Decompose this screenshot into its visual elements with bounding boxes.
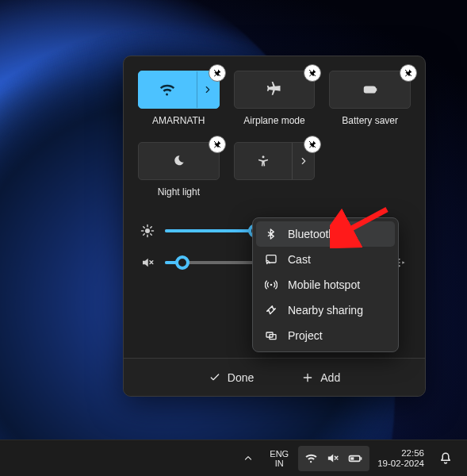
nearby-sharing-icon: [264, 304, 278, 317]
menu-label: Project: [288, 329, 323, 342]
night-light-tile[interactable]: [138, 142, 220, 180]
done-button[interactable]: Done: [201, 367, 262, 388]
unpin-accessibility-button[interactable]: [304, 136, 321, 153]
unpin-battery-button[interactable]: [400, 64, 417, 82]
plus-icon: [301, 371, 314, 384]
unpin-nightlight-button[interactable]: [209, 136, 226, 153]
notifications-button[interactable]: [432, 446, 459, 471]
check-icon: [209, 371, 221, 384]
menu-label: Nearby sharing: [288, 304, 363, 317]
menu-label: Mobile hotspot: [288, 278, 360, 291]
menu-label: Cast: [288, 253, 311, 266]
lang-bottom: IN: [270, 459, 289, 468]
bluetooth-icon: [264, 228, 278, 240]
lang-top: ENG: [270, 449, 289, 459]
quick-tiles-grid: AMARNATH Airplane mode: [138, 71, 411, 209]
airplane-mode-tile[interactable]: [234, 71, 316, 109]
wifi-icon: [139, 71, 197, 108]
night-light-icon: [139, 143, 219, 179]
tray-overflow-button[interactable]: [236, 446, 260, 471]
battery-saver-icon: [330, 71, 410, 108]
cast-icon: [264, 253, 278, 266]
wifi-icon: [304, 451, 318, 465]
volume-muted-icon: [326, 451, 339, 465]
brightness-icon: [138, 224, 157, 238]
project-icon: [264, 329, 278, 342]
nightlight-tile-label: Night light: [158, 186, 200, 198]
menu-item-nearby-sharing[interactable]: Nearby sharing: [256, 298, 395, 323]
clock-date: 19-02-2024: [377, 459, 424, 469]
accessibility-tile[interactable]: [234, 142, 316, 180]
clock-button[interactable]: 22:56 19-02-2024: [373, 446, 429, 471]
add-tile-context-menu: Bluetooth Cast Mobile hotspot Nearby sha…: [252, 217, 399, 352]
language-switcher[interactable]: ENG IN: [263, 446, 295, 471]
unpin-airplane-button[interactable]: [304, 64, 321, 82]
taskbar: ENG IN 22:56 19-02-2024: [0, 440, 467, 476]
wifi-tile[interactable]: [138, 71, 220, 109]
menu-item-mobile-hotspot[interactable]: Mobile hotspot: [256, 272, 395, 298]
airplane-tile-label: Airplane mode: [243, 115, 304, 126]
hotspot-icon: [264, 278, 278, 291]
chevron-up-icon: [243, 453, 254, 464]
add-button[interactable]: Add: [293, 367, 348, 388]
bell-icon: [438, 451, 453, 466]
menu-item-bluetooth[interactable]: Bluetooth: [256, 221, 395, 247]
battery-icon: [347, 451, 363, 466]
menu-item-cast[interactable]: Cast: [256, 247, 395, 272]
menu-item-project[interactable]: Project: [256, 323, 395, 348]
menu-label: Bluetooth: [288, 228, 335, 240]
clock-time: 22:56: [377, 448, 424, 459]
wifi-tile-label: AMARNATH: [152, 115, 205, 126]
panel-footer: Done Add: [124, 358, 425, 396]
add-label: Add: [320, 371, 340, 384]
battery-saver-tile[interactable]: [329, 71, 411, 109]
battery-tile-label: Battery saver: [342, 115, 398, 126]
accessibility-icon: [235, 143, 293, 179]
done-label: Done: [228, 371, 254, 384]
system-tray-button[interactable]: [298, 446, 369, 471]
volume-muted-icon: [138, 255, 157, 270]
airplane-icon: [235, 71, 315, 108]
unpin-wifi-button[interactable]: [209, 64, 226, 82]
